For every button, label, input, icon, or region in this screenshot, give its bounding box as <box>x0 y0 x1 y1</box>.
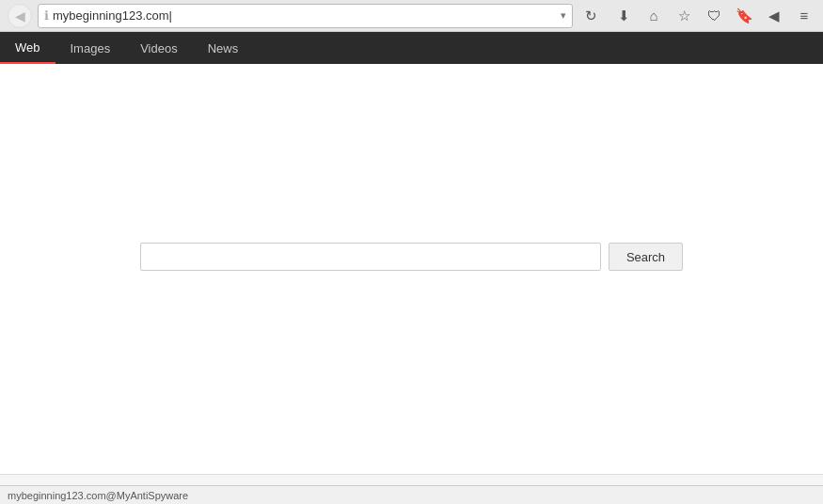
toolbar-icons: ⬇ ⌂ ☆ 🛡 🔖 ◀ ≡ <box>612 5 815 27</box>
star-icon[interactable]: ☆ <box>673 5 695 27</box>
back-button[interactable]: ◀ <box>8 4 32 28</box>
status-bar: mybeginning123.com@MyAntiSpyware <box>0 485 823 504</box>
address-input[interactable] <box>53 8 557 23</box>
reload-button[interactable]: ↻ <box>578 4 603 28</box>
shield-icon[interactable]: 🛡 <box>703 5 725 27</box>
bookmark-icon[interactable]: 🔖 <box>733 5 755 27</box>
tab-web[interactable]: Web <box>0 32 55 64</box>
search-input[interactable] <box>140 243 601 271</box>
main-content: Search <box>0 64 823 449</box>
info-icon: ℹ <box>44 8 49 23</box>
pocket-icon[interactable]: ◀ <box>763 5 785 27</box>
search-button[interactable]: Search <box>609 243 683 271</box>
dropdown-icon[interactable]: ▾ <box>561 9 566 22</box>
nav-tabs-bar: Web Images Videos News <box>0 32 823 64</box>
address-bar-wrap: ℹ ▾ <box>38 4 573 28</box>
download-icon[interactable]: ⬇ <box>612 5 635 27</box>
tab-news[interactable]: News <box>193 32 254 64</box>
search-box: Search <box>140 243 683 271</box>
home-icon[interactable]: ⌂ <box>642 5 665 27</box>
browser-titlebar: ◀ ℹ ▾ ↻ ⬇ ⌂ ☆ 🛡 🔖 ◀ ≡ <box>0 0 823 32</box>
status-text: mybeginning123.com@MyAntiSpyware <box>8 490 188 501</box>
nav-buttons: ◀ <box>8 4 32 28</box>
tab-images[interactable]: Images <box>55 32 126 64</box>
tab-videos[interactable]: Videos <box>125 32 193 64</box>
menu-icon[interactable]: ≡ <box>793 5 815 27</box>
